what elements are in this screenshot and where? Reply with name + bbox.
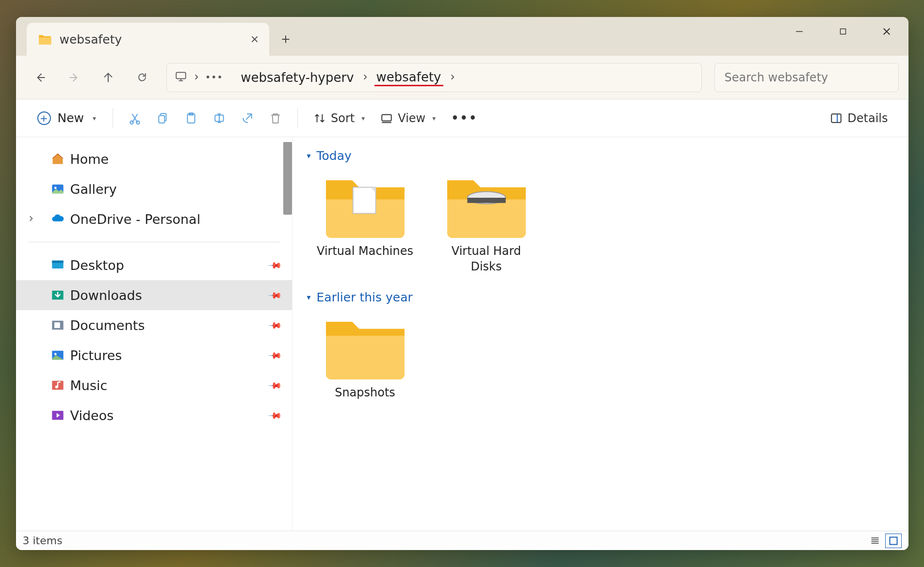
command-toolbar: + New ▾ Sort ▾ View bbox=[16, 99, 908, 137]
cut-button[interactable] bbox=[122, 107, 148, 130]
icons-view-button[interactable] bbox=[885, 534, 902, 548]
refresh-button[interactable] bbox=[128, 63, 157, 92]
pin-icon: 📌 bbox=[267, 318, 282, 332]
group-header-earlier[interactable]: ▾ Earlier this year bbox=[307, 290, 894, 304]
pin-icon: 📌 bbox=[267, 348, 282, 362]
sidebar-item-videos[interactable]: Videos 📌 bbox=[16, 400, 292, 430]
search-input[interactable]: Search websafety bbox=[714, 63, 899, 92]
sort-button[interactable]: Sort ▾ bbox=[307, 107, 372, 130]
sidebar-item-music[interactable]: Music 📌 bbox=[16, 370, 292, 400]
folder-icon bbox=[443, 172, 530, 239]
svg-point-19 bbox=[54, 353, 57, 355]
svg-rect-1 bbox=[176, 72, 186, 79]
main-area: Home Gallery OneDrive - Personal bbox=[16, 137, 908, 531]
back-button[interactable] bbox=[26, 63, 55, 92]
documents-icon bbox=[51, 318, 65, 332]
svg-rect-14 bbox=[52, 261, 63, 263]
folder-icon bbox=[38, 33, 52, 45]
view-toggle bbox=[867, 534, 902, 548]
pin-icon: 📌 bbox=[267, 378, 282, 393]
content-area: ▾ Today Virtual Machines bbox=[292, 137, 908, 531]
svg-rect-26 bbox=[890, 537, 897, 544]
svg-rect-23 bbox=[353, 187, 375, 213]
search-placeholder: Search websafety bbox=[725, 71, 828, 84]
pc-icon bbox=[175, 70, 187, 85]
sidebar-item-onedrive[interactable]: OneDrive - Personal bbox=[16, 204, 292, 234]
sidebar: Home Gallery OneDrive - Personal bbox=[16, 137, 292, 531]
svg-point-2 bbox=[130, 121, 133, 124]
downloads-icon bbox=[51, 288, 65, 302]
tab-websafety[interactable]: websafety bbox=[27, 23, 269, 56]
svg-rect-5 bbox=[159, 115, 164, 123]
sidebar-item-desktop[interactable]: Desktop 📌 bbox=[16, 250, 292, 280]
chevron-down-icon: ▾ bbox=[307, 293, 311, 302]
status-bar: 3 items bbox=[16, 531, 908, 550]
pin-icon: 📌 bbox=[267, 288, 282, 302]
plus-circle-icon: + bbox=[37, 111, 51, 125]
copy-button[interactable] bbox=[150, 107, 176, 130]
breadcrumb-seg-0[interactable]: websafety-hyperv bbox=[239, 69, 356, 86]
pin-icon: 📌 bbox=[267, 258, 282, 272]
close-button[interactable] bbox=[865, 17, 908, 46]
home-icon bbox=[51, 152, 65, 166]
address-bar[interactable]: ••• websafety-hyperv websafety bbox=[166, 63, 702, 92]
new-button[interactable]: + New ▾ bbox=[30, 107, 104, 130]
file-explorer-window: websafety bbox=[16, 17, 908, 550]
svg-rect-9 bbox=[382, 114, 392, 121]
tab-close-button[interactable] bbox=[249, 33, 260, 45]
svg-rect-25 bbox=[467, 198, 505, 203]
view-button[interactable]: View ▾ bbox=[373, 107, 442, 130]
chevron-right-icon[interactable] bbox=[361, 72, 370, 82]
svg-point-12 bbox=[54, 187, 57, 189]
chevron-down-icon: ▾ bbox=[93, 114, 96, 122]
folder-icon bbox=[322, 172, 409, 239]
gallery-icon bbox=[51, 182, 65, 196]
folder-icon bbox=[322, 313, 409, 381]
chevron-down-icon: ▾ bbox=[307, 151, 311, 160]
svg-rect-17 bbox=[54, 322, 60, 328]
details-pane-button[interactable]: Details bbox=[823, 107, 894, 130]
window-controls bbox=[778, 17, 908, 56]
sidebar-item-gallery[interactable]: Gallery bbox=[16, 174, 292, 204]
minimize-button[interactable] bbox=[778, 17, 821, 46]
chevron-right-icon[interactable] bbox=[448, 72, 457, 82]
chevron-right-icon[interactable] bbox=[28, 215, 34, 224]
up-button[interactable] bbox=[94, 63, 123, 92]
rename-button[interactable] bbox=[206, 107, 232, 130]
svg-rect-10 bbox=[832, 114, 842, 122]
sidebar-item-documents[interactable]: Documents 📌 bbox=[16, 310, 292, 340]
details-view-button[interactable] bbox=[867, 534, 883, 548]
new-tab-button[interactable] bbox=[269, 23, 302, 56]
svg-point-3 bbox=[136, 121, 140, 124]
chevron-down-icon: ▾ bbox=[361, 114, 365, 122]
pictures-icon bbox=[51, 348, 65, 362]
desktop-icon bbox=[51, 258, 65, 272]
titlebar: websafety bbox=[16, 17, 908, 56]
group-items-today: Virtual Machines Virtual Hard Disks bbox=[312, 170, 894, 277]
sidebar-divider bbox=[28, 242, 280, 242]
tab-title: websafety bbox=[60, 32, 241, 47]
more-button[interactable]: ••• bbox=[444, 107, 485, 130]
ellipsis-icon[interactable]: ••• bbox=[206, 73, 224, 82]
delete-button[interactable] bbox=[262, 107, 289, 130]
forward-button[interactable] bbox=[60, 63, 89, 92]
folder-virtual-hard-disks[interactable]: Virtual Hard Disks bbox=[433, 170, 540, 277]
sidebar-item-pictures[interactable]: Pictures 📌 bbox=[16, 340, 292, 370]
sidebar-item-home[interactable]: Home bbox=[16, 144, 292, 174]
group-header-today[interactable]: ▾ Today bbox=[307, 149, 894, 163]
share-button[interactable] bbox=[234, 107, 260, 130]
status-text: 3 items bbox=[23, 535, 63, 547]
maximize-button[interactable] bbox=[821, 17, 865, 46]
folder-virtual-machines[interactable]: Virtual Machines bbox=[312, 170, 419, 277]
videos-icon bbox=[51, 409, 65, 422]
svg-rect-0 bbox=[840, 29, 845, 34]
paste-button[interactable] bbox=[178, 107, 204, 130]
breadcrumb-seg-1[interactable]: websafety bbox=[374, 69, 443, 86]
folder-snapshots[interactable]: Snapshots bbox=[312, 311, 419, 402]
music-icon bbox=[51, 378, 65, 392]
group-items-earlier: Snapshots bbox=[312, 311, 894, 402]
pin-icon: 📌 bbox=[267, 408, 282, 423]
chevron-right-icon[interactable] bbox=[192, 72, 201, 82]
sidebar-item-downloads[interactable]: Downloads 📌 bbox=[16, 280, 292, 310]
chevron-down-icon: ▾ bbox=[432, 114, 436, 122]
